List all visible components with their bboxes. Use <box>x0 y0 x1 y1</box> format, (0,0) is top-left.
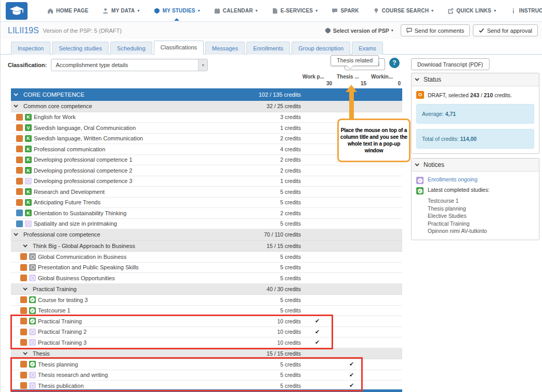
course-credits: 5 credits <box>280 383 301 389</box>
nav-item-home-page[interactable]: HOME PAGE <box>47 8 88 14</box>
course-label: Research and Development <box>34 189 104 195</box>
course-color-indicator <box>16 135 23 142</box>
course-row-developing-professional-competence-2[interactable]: KDeveloping professional competence 22 c… <box>11 165 402 176</box>
course-credits: 5 credits <box>280 275 301 281</box>
select-version-dropdown[interactable]: Select version of PSP ▾ <box>325 28 393 34</box>
nav-item-instructions[interactable]: INSTRUCTIONS <box>510 8 542 14</box>
course-label: Developing professional competence 1 <box>34 156 133 163</box>
tab-inspection[interactable]: Inspection <box>11 42 50 55</box>
nav-item-label: CALENDAR <box>223 8 253 14</box>
column-credit-sum: 30 <box>299 81 334 86</box>
course-color-indicator <box>20 253 27 260</box>
course-row-spatiality-and-size-in-printmaking[interactable]: Spatiality and size in printmaking5 cred… <box>11 219 402 230</box>
nav-item-label: HOME PAGE <box>56 8 88 14</box>
enrollments-ongoing-link[interactable]: Enrollments ongoing <box>428 176 478 182</box>
tab-messages[interactable]: Messages <box>205 42 245 55</box>
chevron-down-icon <box>23 350 27 355</box>
completed-badge-icon: ✔ <box>29 296 36 303</box>
check-icon <box>479 28 484 33</box>
nav-item-my-studies[interactable]: MY STUDIES▾ <box>154 8 200 14</box>
course-color-indicator <box>16 199 23 206</box>
app-logo[interactable] <box>6 2 28 20</box>
check-icon: ✔ <box>315 329 320 335</box>
tab-enrollments[interactable]: Enrollments <box>246 42 290 55</box>
nav-item-label: QUICK LINKS <box>456 8 491 14</box>
tab-classifications[interactable]: Classifications <box>154 41 204 55</box>
course-credits: 2 credits <box>280 210 301 216</box>
column-header-workin[interactable]: Workin...0 <box>368 74 402 86</box>
course-label: Professional communication <box>34 146 105 152</box>
nav-item-quick-links[interactable]: QUICK LINKS▾ <box>447 8 496 14</box>
tab-selecting-studies[interactable]: Selecting studies <box>52 42 109 55</box>
nav-item-calendar[interactable]: CALENDAR▾ <box>214 8 258 14</box>
notices-panel-header[interactable]: Notices <box>412 159 539 172</box>
course-color-indicator <box>16 220 23 227</box>
accomplishment-type-badge-k: K <box>25 156 32 163</box>
cube-icon <box>325 28 331 34</box>
course-credits: 5 credits <box>280 199 301 205</box>
group-credits: 15 / 15 credits <box>267 243 301 249</box>
group-header-practical-training[interactable]: Practical Training40 / 30 credits <box>11 284 402 295</box>
nav-item-spark[interactable]: SPARK <box>332 8 359 14</box>
chevron-down-icon: ▾ <box>256 9 258 13</box>
enrollment-badge-icon <box>29 372 36 378</box>
course-row-global-business-opportunities[interactable]: Global Business Opportunities5 credits <box>11 273 402 284</box>
course-label: Spatiality and size in printmaking <box>34 220 117 227</box>
send-for-approval-button[interactable]: Send for approval <box>473 24 538 36</box>
chevron-down-icon <box>23 286 27 290</box>
nav-item-my-data[interactable]: MY DATA▾ <box>102 8 140 14</box>
check-icon: ✔ <box>349 361 354 368</box>
course-row-practical-training-3[interactable]: Practical Training 310 credits✔ <box>11 337 402 348</box>
course-row-presentation-and-public-speaking-skills[interactable]: Presentation and Public Speaking Skills5… <box>11 263 402 273</box>
course-credits: 2 credits <box>280 167 301 174</box>
comment-icon <box>406 28 412 33</box>
chat-icon <box>332 8 338 14</box>
course-row-anticipating-future-trends[interactable]: KAnticipating Future Trends5 credits <box>11 198 402 208</box>
course-row-global-communication-in-business[interactable]: Global Communication in Business5 credit… <box>11 252 402 263</box>
classification-select[interactable]: Accomplishment type details ▾ <box>51 59 208 71</box>
nav-item-course-search[interactable]: COURSE SEARCH▾ <box>373 8 434 14</box>
course-row-orientation-to-sustainability-thinking[interactable]: KOrientation to Sustainability Thinking2… <box>11 208 402 219</box>
chevron-down-icon: ▾ <box>137 9 139 13</box>
send-for-comments-label: Send for comments <box>415 28 464 34</box>
course-row-practical-training-2[interactable]: Practical Training 210 credits✔ <box>11 327 402 338</box>
group-header-thesis[interactable]: Thesis15 / 15 credits <box>11 348 402 360</box>
group-label: Professional core competence <box>23 231 100 238</box>
group-label: Common core competence <box>23 103 92 109</box>
course-row-practical-training[interactable]: ✔Practical Training10 credits✔ <box>11 316 402 327</box>
enrollment-badge-icon <box>29 382 36 389</box>
completed-study-item: Elective Studies <box>428 212 534 220</box>
course-row-testcourse-1[interactable]: ✔Testcourse 15 credits <box>11 306 402 317</box>
group-header-common-core-competence[interactable]: Common core competence32 / 25 credits <box>11 101 402 112</box>
tab-group-description[interactable]: Group description <box>292 42 350 55</box>
course-credits: 1 credits <box>280 178 301 184</box>
completed-study-item: Practical Training <box>428 220 534 228</box>
column-header-work-p[interactable]: Work p...30 <box>299 74 334 86</box>
info-icon: i <box>416 177 424 184</box>
course-row-course-for-testing-3[interactable]: ✔Course for testing 35 credits <box>11 295 402 306</box>
download-transcript-button[interactable]: Download Transcript (PDF) <box>411 58 490 70</box>
course-row-thesis-planning[interactable]: ✔Thesis planning5 credits✔ <box>11 359 402 370</box>
section-header-core-competence[interactable]: CORE COMPETENCE102 / 135 credits <box>11 88 402 101</box>
course-credits: 5 credits <box>280 297 301 303</box>
enrollments-notice: i Enrollments ongoing <box>416 176 534 184</box>
accomplishment-type-badge-k: K <box>25 146 32 152</box>
help-button[interactable]: ? <box>389 58 400 68</box>
next-section-header-edge <box>11 389 402 392</box>
group-header-professional-core-competence[interactable]: Professional core competence70 / 110 cre… <box>11 229 402 241</box>
course-credits: 3 credits <box>280 114 301 120</box>
course-credits: 5 credits <box>280 254 301 260</box>
course-label: Swedish language, Oral Communication <box>34 125 136 131</box>
tab-scheduling[interactable]: Scheduling <box>110 42 152 55</box>
tab-exams[interactable]: Exams <box>352 42 383 55</box>
status-panel-body: O DRAFT, selected 243 / 210 credits. Ave… <box>412 86 539 153</box>
bulb-icon <box>373 8 379 14</box>
send-for-comments-button[interactable]: Send for comments <box>401 24 470 36</box>
course-row-research-and-development[interactable]: KResearch and Development5 credits <box>11 187 402 198</box>
document-icon <box>272 8 278 14</box>
group-header-think-big-global-approach-to-business[interactable]: Think Big - Global Approach to Business1… <box>11 241 402 252</box>
course-row-developing-professional-competence-3[interactable]: Developing professional competence 31 cr… <box>11 176 402 187</box>
status-panel-header[interactable]: Status <box>412 73 539 86</box>
course-row-thesis-research-and-writing[interactable]: Thesis research and writing5 credits✔ <box>11 370 402 381</box>
nav-item-e-services[interactable]: E-SERVICES▾ <box>272 8 318 14</box>
